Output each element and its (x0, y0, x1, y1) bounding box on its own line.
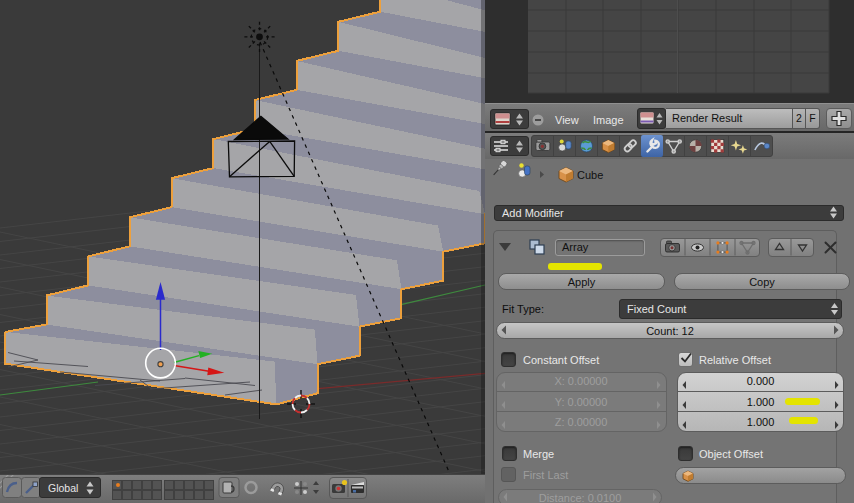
svg-text:Cube: Cube (577, 168, 603, 180)
